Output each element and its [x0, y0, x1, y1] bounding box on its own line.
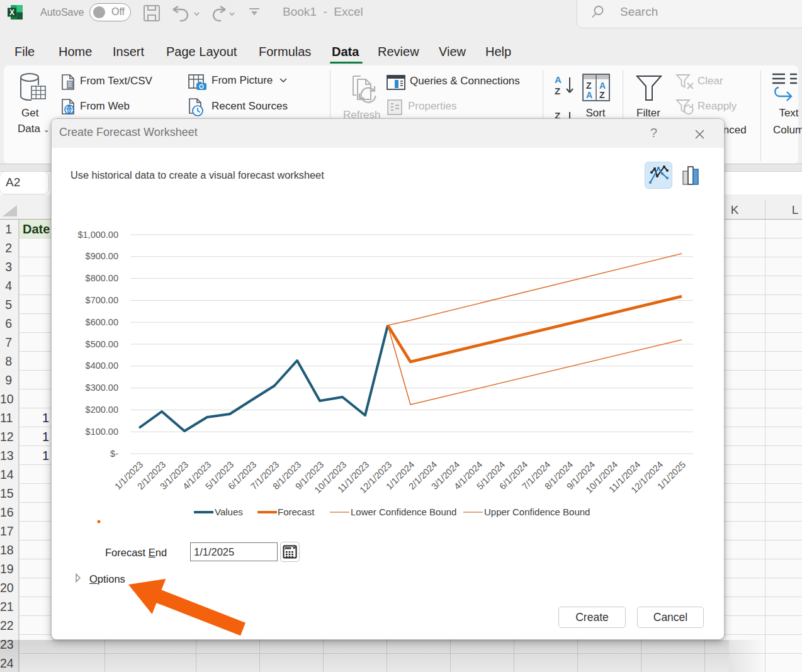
- svg-text:Z: Z: [599, 90, 605, 100]
- svg-text:Z: Z: [555, 86, 560, 96]
- svg-text:A: A: [555, 74, 562, 85]
- svg-text:A: A: [586, 90, 592, 100]
- svg-text:Z: Z: [586, 81, 592, 91]
- svg-text:X: X: [9, 8, 14, 17]
- svg-text:A: A: [599, 81, 606, 91]
